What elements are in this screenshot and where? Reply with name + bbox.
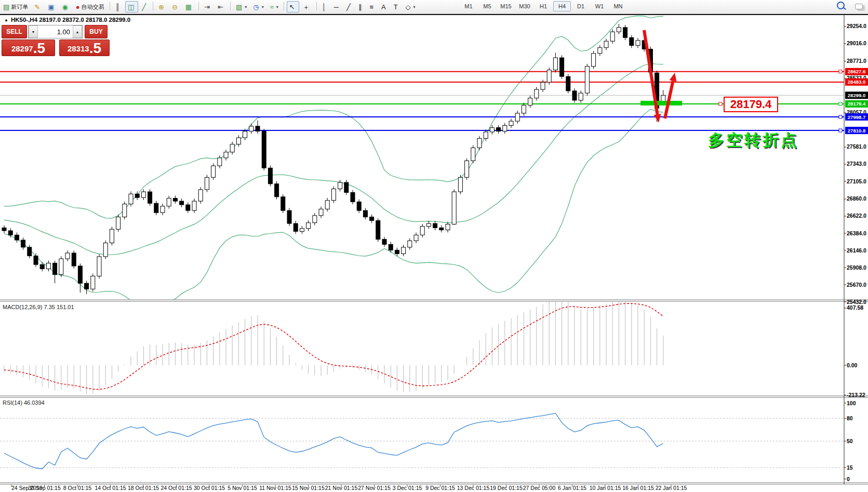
chart-window-border [0, 14, 868, 15]
svg-text:27581.0: 27581.0 [847, 143, 866, 150]
zoom-in-button[interactable]: ⊕ [156, 1, 168, 12]
timeframe-button-m5[interactable]: M5 [478, 1, 496, 11]
crosshair-button[interactable]: ＋ [300, 1, 314, 12]
svg-text:28771.0: 28771.0 [847, 58, 866, 64]
timeframe-button-mn[interactable]: MN [609, 1, 627, 11]
new-order-icon: ▤ [3, 4, 9, 10]
horizontal-line-button[interactable]: ─ [331, 1, 343, 12]
autotrading-icon: ● [76, 4, 80, 10]
periods-icon: ◷ [253, 4, 259, 10]
svg-text:27105.0: 27105.0 [847, 178, 866, 184]
svg-text:26146.0: 26146.0 [847, 247, 866, 254]
volume-decrease-button[interactable]: ▼ [29, 25, 38, 38]
timeframe-button-d1[interactable]: D1 [572, 1, 590, 11]
chat-icon[interactable] [855, 4, 863, 9]
svg-text:28483.0: 28483.0 [848, 79, 865, 85]
svg-text:22 Jan 01:15: 22 Jan 01:15 [656, 485, 687, 491]
chart-canvas[interactable]: 29254.029016.028771.028533.028057.027581… [0, 0, 868, 492]
svg-text:0.00: 0.00 [847, 362, 858, 368]
cursor-button[interactable]: ↖ [287, 1, 299, 12]
toolbar-separator [316, 2, 317, 10]
price-callout-box[interactable]: 28179.4 [724, 97, 778, 112]
ask-main: 28313 [68, 42, 89, 56]
svg-text:25670.0: 25670.0 [847, 282, 866, 288]
channel-button[interactable]: ∥ [356, 1, 366, 12]
bar-chart-button[interactable]: ║ [113, 1, 124, 12]
market-window-icon[interactable]: ▣ [45, 1, 58, 12]
signals-icon[interactable]: ◉ [60, 1, 72, 12]
autotrading-button[interactable]: ●自动交易 [73, 1, 107, 12]
sell-button[interactable]: SELL [2, 25, 27, 38]
arrows-button[interactable]: ◇▾ [403, 1, 418, 12]
svg-text:25432.0: 25432.0 [847, 299, 866, 305]
fibonacci-button[interactable]: ≡ [367, 1, 378, 12]
timeframe-toolbar: M1M5M15M30H1H4D1W1MN [459, 0, 627, 14]
zoom-out-icon: ⊖ [172, 4, 178, 10]
zoom-out-button[interactable]: ⊖ [169, 1, 182, 12]
volume-increase-button[interactable]: ▲ [73, 25, 82, 38]
styler-icon: ✎ [34, 4, 40, 10]
line-chart-button[interactable]: ╱ [139, 1, 150, 12]
tile-windows-icon: ▦ [185, 4, 192, 10]
ask-price[interactable]: 28313.5 [59, 39, 110, 56]
text-button[interactable]: A [379, 1, 390, 12]
arrows-icon: ◇ [406, 4, 411, 10]
chart-shift-button[interactable]: ⇤ [215, 1, 228, 12]
new-order-button[interactable]: ▤新订单 [1, 1, 31, 12]
new-chart-button[interactable]: ▧▾ [233, 1, 249, 12]
pivot-annotation-text: 多空转折点 [708, 129, 799, 151]
new-order-button-label: 新订单 [11, 3, 28, 11]
trendline-button[interactable]: ╱ [344, 1, 355, 12]
indicators-icon: ≈ [270, 4, 274, 10]
timeframe-button-m15[interactable]: M15 [497, 1, 515, 11]
rsi-panel: 1008050150 [0, 400, 856, 482]
svg-text:29016.0: 29016.0 [847, 40, 866, 46]
timeframe-button-w1[interactable]: W1 [591, 1, 608, 11]
svg-text:15: 15 [847, 464, 853, 471]
svg-text:6 Jan 01:15: 6 Jan 01:15 [558, 485, 586, 491]
svg-text:25908.0: 25908.0 [847, 264, 866, 271]
svg-text:18 Oct 01:15: 18 Oct 01:15 [128, 485, 159, 491]
candle-chart-button[interactable]: ◫ [125, 1, 138, 12]
crosshair-icon: ＋ [303, 4, 310, 10]
buy-button[interactable]: BUY [85, 25, 108, 38]
vertical-line-button[interactable]: │ [319, 1, 330, 12]
bid-price[interactable]: 28297.5 [2, 39, 55, 56]
vertical-line-icon: │ [322, 4, 326, 10]
svg-text:24 Oct 01:15: 24 Oct 01:15 [161, 485, 192, 491]
svg-text:-213.22: -213.22 [847, 392, 865, 398]
svg-text:27 Dec 05:00: 27 Dec 05:00 [523, 485, 556, 491]
macd-indicator-label: MACD(12,26,9) 7.35 151.01 [3, 304, 74, 310]
toolbar-separator [230, 2, 231, 10]
rsi-indicator-label: RSI(14) 46.0394 [3, 400, 45, 406]
timeframe-button-h1[interactable]: H1 [535, 1, 552, 11]
svg-text:9 Dec 01:15: 9 Dec 01:15 [425, 485, 455, 491]
svg-text:5 Nov 01:15: 5 Nov 01:15 [228, 485, 257, 491]
search-icon[interactable] [837, 2, 845, 9]
timeframe-button-m1[interactable]: M1 [460, 1, 477, 11]
toolbar-separator [284, 2, 284, 10]
timeframe-button-h4[interactable]: H4 [553, 1, 571, 11]
trendline-icon: ╱ [346, 4, 351, 10]
auto-scroll-button[interactable]: ⇥ [202, 1, 214, 12]
periods-button[interactable]: ◷▾ [250, 1, 266, 12]
svg-text:14 Oct 01:15: 14 Oct 01:15 [95, 485, 126, 491]
styler-icon[interactable]: ✎ [32, 1, 44, 12]
collapse-panel-icon[interactable]: ▲ [4, 18, 8, 22]
horizontal-level-lines[interactable] [0, 70, 844, 132]
svg-text:407.58: 407.58 [847, 304, 863, 311]
tile-windows-button[interactable]: ▦ [183, 1, 196, 12]
svg-text:26384.0: 26384.0 [847, 230, 866, 236]
arrow-up-annotation [665, 81, 673, 118]
chevron-down-icon: ▾ [276, 5, 278, 9]
chevron-down-icon: ▾ [413, 5, 416, 9]
svg-text:28179.4: 28179.4 [848, 101, 866, 107]
timeframe-button-m30[interactable]: M30 [516, 1, 533, 11]
indicators-button[interactable]: ≈▾ [268, 1, 281, 12]
drawing-annotations[interactable] [640, 30, 722, 123]
svg-text:27810.8: 27810.8 [848, 128, 865, 134]
text-label-button[interactable]: T [391, 1, 402, 12]
volume-input[interactable]: 1.00 [38, 25, 73, 38]
candlesticks [2, 24, 665, 294]
svg-text:26622.0: 26622.0 [847, 212, 866, 219]
